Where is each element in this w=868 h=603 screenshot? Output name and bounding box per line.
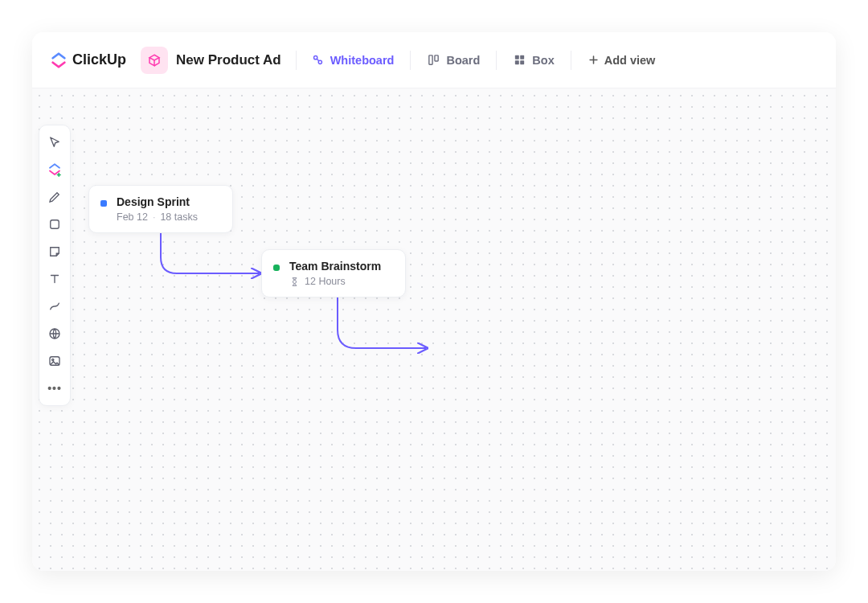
svg-point-11 <box>52 359 54 360</box>
box-icon <box>513 53 526 67</box>
svg-rect-4 <box>515 55 519 59</box>
tool-image[interactable] <box>42 349 68 373</box>
plus-icon <box>588 54 600 66</box>
image-icon <box>47 354 62 368</box>
card-task-count: 18 tasks <box>160 211 198 223</box>
tab-whiteboard[interactable]: Whiteboard <box>311 53 395 67</box>
clickup-item-icon <box>47 162 62 177</box>
add-view-label: Add view <box>604 54 656 67</box>
project-icon <box>141 47 168 74</box>
separator <box>296 51 297 70</box>
tab-label: Board <box>446 54 480 67</box>
globe-icon <box>47 326 62 341</box>
whiteboard-canvas[interactable]: Design Sprint Feb 12 · 18 tasks Team Bra… <box>32 88 836 571</box>
clickup-logo-icon <box>50 51 68 69</box>
connectors-layer <box>32 88 836 571</box>
connector-icon <box>47 299 62 314</box>
svg-rect-7 <box>521 60 525 64</box>
tool-more[interactable]: ••• <box>42 376 68 400</box>
card-meta: 12 Hours <box>289 276 392 287</box>
card-duration: 12 Hours <box>305 276 346 287</box>
tool-sticky-note[interactable] <box>42 240 68 264</box>
tool-clickup-item[interactable] <box>42 158 68 182</box>
separator <box>410 51 411 70</box>
card-title: Team Brainstorm <box>289 260 392 273</box>
whiteboard-icon <box>311 53 325 67</box>
square-icon <box>47 217 62 232</box>
sticky-note-icon <box>47 244 62 259</box>
card-design-sprint[interactable]: Design Sprint Feb 12 · 18 tasks <box>88 185 233 233</box>
connector-2[interactable] <box>338 289 426 348</box>
card-title: Design Sprint <box>117 195 219 208</box>
tab-box[interactable]: Box <box>513 53 554 67</box>
hourglass-icon <box>289 277 300 287</box>
app-window: ClickUp New Product Ad Whiteboard <box>32 32 836 571</box>
tool-pen[interactable] <box>42 185 68 209</box>
whiteboard-toolbox: ••• <box>39 125 71 406</box>
cursor-icon <box>47 135 62 150</box>
tool-text[interactable] <box>42 267 68 291</box>
tool-cursor[interactable] <box>42 130 68 154</box>
svg-rect-3 <box>435 55 438 61</box>
clickup-logo[interactable]: ClickUp <box>50 51 126 69</box>
project-name: New Product Ad <box>176 52 281 68</box>
separator <box>496 51 497 70</box>
card-date: Feb 12 <box>117 211 148 223</box>
add-view-button[interactable]: Add view <box>588 54 656 67</box>
tab-label: Whiteboard <box>330 54 395 67</box>
cube-icon <box>147 53 162 68</box>
project-chip[interactable]: New Product Ad <box>141 47 281 74</box>
status-dot-green <box>273 265 280 271</box>
clickup-logo-text: ClickUp <box>72 51 126 68</box>
ellipsis-icon: ••• <box>47 382 62 395</box>
board-icon <box>427 53 440 67</box>
tool-shape[interactable] <box>42 212 68 236</box>
tool-web-embed[interactable] <box>42 322 68 346</box>
svg-rect-8 <box>51 220 59 229</box>
svg-rect-5 <box>521 55 525 59</box>
tool-connector[interactable] <box>42 294 68 318</box>
tab-label: Box <box>532 54 554 67</box>
topbar: ClickUp New Product Ad Whiteboard <box>32 32 836 88</box>
card-team-brainstorm[interactable]: Team Brainstorm 12 Hours <box>261 249 406 297</box>
text-icon <box>47 272 62 286</box>
svg-rect-6 <box>515 60 519 64</box>
tab-board[interactable]: Board <box>427 53 480 67</box>
svg-rect-2 <box>429 55 432 64</box>
card-meta: Feb 12 · 18 tasks <box>117 211 219 223</box>
separator <box>571 51 571 70</box>
dot-separator: · <box>153 211 155 223</box>
pen-icon <box>47 190 62 204</box>
status-dot-blue <box>100 200 107 207</box>
view-tabs: Whiteboard Board Box <box>311 51 656 70</box>
